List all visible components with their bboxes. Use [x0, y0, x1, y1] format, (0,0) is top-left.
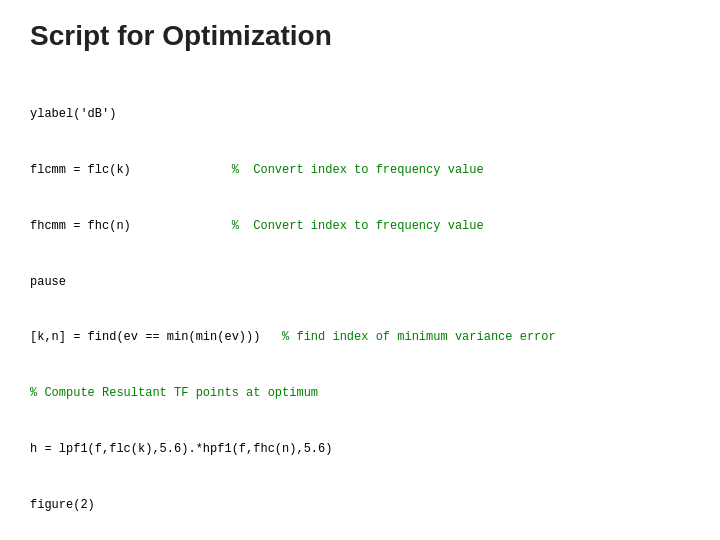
code-line-5: [k,n] = find(ev == min(min(ev))) % find … [30, 328, 690, 347]
code-line-4: pause [30, 273, 690, 292]
code-line-6: % Compute Resultant TF points at optimum [30, 384, 690, 403]
code-line-7: h = lpf1(f,flc(k),5.6).*hpf1(f,fhc(n),5.… [30, 440, 690, 459]
page-title: Script for Optimization [30, 20, 690, 52]
code-line-8: figure(2) [30, 496, 690, 515]
page-container: Script for Optimization ylabel('dB') flc… [0, 0, 720, 540]
code-block: ylabel('dB') flcmm = flc(k) % Convert in… [30, 68, 690, 540]
code-line-2: flcmm = flc(k) % Convert index to freque… [30, 161, 690, 180]
code-line-1: ylabel('dB') [30, 105, 690, 124]
code-line-3: fhcmm = fhc(n) % Convert index to freque… [30, 217, 690, 236]
